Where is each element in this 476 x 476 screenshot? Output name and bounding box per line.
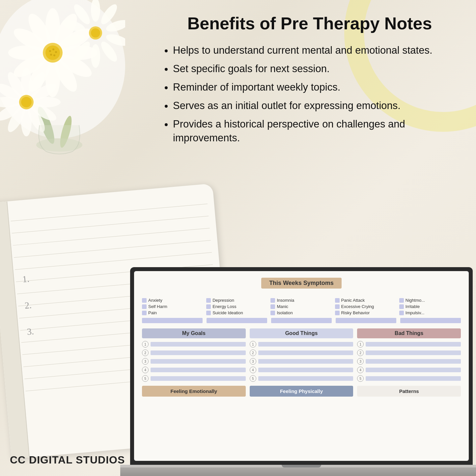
good-item-3: 3: [250, 358, 353, 365]
checkbox-nightmare[interactable]: [399, 298, 404, 303]
good-item-1: 1: [250, 341, 353, 348]
svg-point-33: [91, 28, 100, 38]
symptom-suicide: Suicide Ideation: [206, 310, 268, 315]
bad-line-2: [366, 350, 461, 355]
bad-circle-5: 5: [357, 375, 364, 382]
symptoms-extra-row: [142, 318, 461, 323]
good-item-2: 2: [250, 350, 353, 356]
bad-line-5: [366, 376, 461, 381]
benefit-item-4: Serves as an initial outlet for expressi…: [173, 99, 460, 113]
good-line-4: [258, 368, 353, 372]
extra-box-1: [142, 318, 203, 323]
symptom-nightmare: Nightmo...: [399, 298, 461, 303]
extra-box-2: [207, 318, 267, 323]
feeling-physically-header: Feeling Physically: [250, 386, 353, 397]
checkbox-irritable[interactable]: [399, 304, 404, 309]
goals-items: 1 2 3: [142, 341, 246, 382]
screen-content: This Weeks Symptoms Anxiety Depression: [134, 271, 469, 403]
flowers-svg: [0, 0, 125, 158]
symptom-crying: Excessive Crying: [335, 304, 397, 309]
svg-point-18: [52, 48, 54, 50]
symptom-selfharm: Self Harm: [142, 304, 204, 309]
bad-circle-2: 2: [357, 350, 364, 356]
benefit-item-1: Helps to understand current mental and e…: [173, 43, 460, 57]
checkbox-suicide[interactable]: [206, 311, 211, 315]
bad-item-4: 4: [357, 367, 461, 373]
checkbox-insomnia[interactable]: [270, 298, 275, 303]
circle-1: 1: [142, 341, 149, 348]
good-circle-2: 2: [250, 350, 256, 356]
symptom-anxiety: Anxiety: [142, 298, 204, 303]
checkbox-pain[interactable]: [142, 311, 147, 315]
checkbox-anxiety[interactable]: [142, 298, 147, 303]
good-item-4: 4: [250, 367, 353, 373]
good-items: 1 2 3: [250, 341, 353, 382]
good-header: Good Things: [250, 328, 353, 338]
bad-items: 1 2 3: [357, 341, 461, 382]
checkbox-isolation[interactable]: [270, 311, 275, 315]
good-line-1: [258, 342, 353, 347]
bad-item-1: 1: [357, 341, 461, 348]
circle-5: 5: [142, 375, 149, 382]
extra-box-5: [400, 318, 461, 323]
page-title: Benefits of Pre Therapy Notes: [160, 13, 460, 34]
goals-column: My Goals 1 2: [142, 328, 246, 382]
benefit-item-3: Reminder of important weekly topics.: [173, 80, 460, 94]
bad-header: Bad Things: [357, 328, 461, 338]
symptoms-header: This Weeks Symptoms: [261, 278, 342, 289]
symptom-impulsive: Impulsiv...: [399, 310, 461, 315]
bad-circle-1: 1: [357, 341, 364, 348]
checkbox-crying[interactable]: [335, 304, 340, 309]
symptom-panic: Panic Attack: [335, 298, 397, 303]
good-circle-3: 3: [250, 358, 256, 365]
bad-circle-3: 3: [357, 358, 364, 365]
bad-item-5: 5: [357, 375, 461, 382]
bottom-headers: Feeling Emotionally Feeling Physically P…: [142, 386, 461, 397]
benefits-list: Helps to understand current mental and e…: [173, 43, 460, 145]
good-circle-5: 5: [250, 375, 256, 382]
symptom-irritable: Irritable: [399, 304, 461, 309]
goals-header: My Goals: [142, 328, 246, 338]
good-circle-4: 4: [250, 367, 256, 373]
circle-4: 4: [142, 367, 149, 373]
goal-item-1: 1: [142, 341, 246, 348]
good-line-5: [258, 376, 353, 381]
svg-point-47: [21, 97, 32, 107]
checkbox-impulsive[interactable]: [399, 311, 404, 315]
checkbox-energy[interactable]: [206, 304, 211, 309]
extra-box-4: [336, 318, 396, 323]
goal-line-3: [151, 359, 246, 364]
laptop-notch: [282, 465, 321, 467]
bad-circle-4: 4: [357, 367, 364, 373]
checkbox-depression[interactable]: [206, 298, 211, 303]
goal-line-5: [151, 376, 246, 381]
bad-line-1: [366, 342, 461, 347]
symptom-depression: Depression: [206, 298, 268, 303]
laptop: This Weeks Symptoms Anxiety Depression: [120, 259, 476, 476]
svg-point-17: [49, 50, 51, 52]
goal-line-2: [151, 350, 246, 355]
svg-point-20: [53, 54, 55, 56]
symptoms-header-row: This Weeks Symptoms: [142, 278, 461, 294]
checkbox-risky[interactable]: [335, 311, 340, 315]
good-circle-1: 1: [250, 341, 256, 348]
feeling-emotionally-header: Feeling Emotionally: [142, 386, 246, 397]
checkbox-selfharm[interactable]: [142, 304, 147, 309]
goal-item-3: 3: [142, 358, 246, 365]
svg-point-27: [91, 44, 100, 68]
svg-point-19: [55, 51, 57, 53]
symptom-manic: Manic: [270, 304, 332, 309]
goal-item-2: 2: [142, 350, 246, 356]
checkbox-panic[interactable]: [335, 298, 340, 303]
benefit-item-5: Provides a historical perspective on cha…: [173, 117, 460, 145]
laptop-base: [120, 466, 476, 476]
flowers-decoration: [0, 0, 125, 158]
good-item-5: 5: [250, 375, 353, 382]
bad-line-3: [366, 359, 461, 364]
symptom-risky: Risky Behavior: [335, 310, 397, 315]
good-line-3: [258, 359, 353, 364]
checkbox-manic[interactable]: [270, 304, 275, 309]
circle-3: 3: [142, 358, 149, 365]
bad-line-4: [366, 368, 461, 372]
bad-item-2: 2: [357, 350, 461, 356]
